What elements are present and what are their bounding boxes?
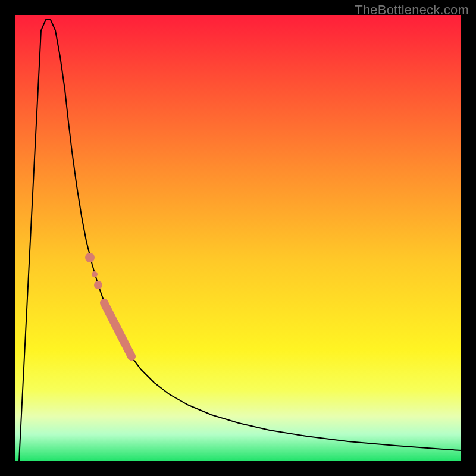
highlight-dot-2 [92,271,98,277]
chart-frame: TheBottleneck.com [0,0,476,476]
bottleneck-curve [19,20,461,461]
plot-area [15,15,461,461]
chart-svg [15,15,461,461]
highlight-dot-1 [94,281,102,289]
highlight-segment [104,303,131,356]
attribution-text: TheBottleneck.com [355,2,469,18]
highlight-dot-3 [85,253,95,262]
